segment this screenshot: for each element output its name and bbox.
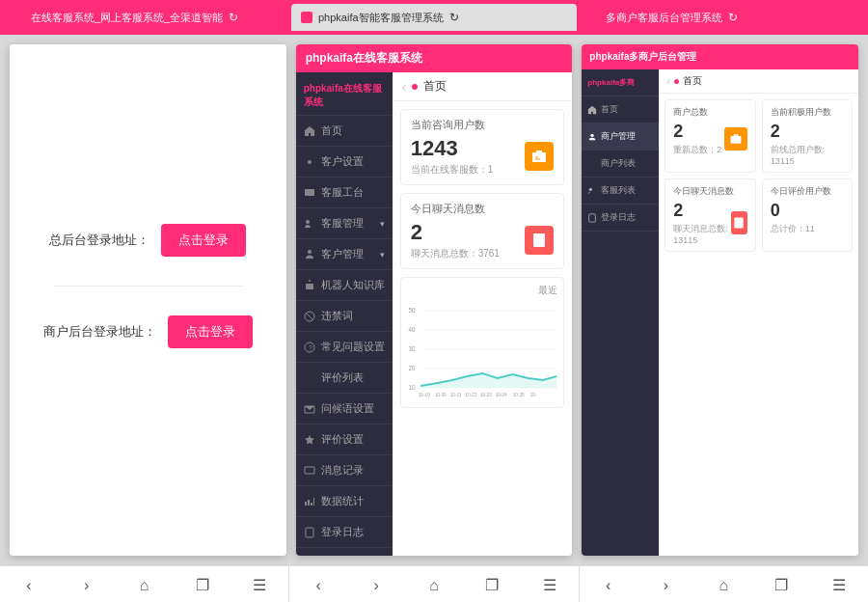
sidebar-item-customer-management[interactable]: 客户管理 ▾ bbox=[296, 239, 393, 270]
screen2-header: phpkaifa在线客服系统 bbox=[296, 44, 573, 72]
sidebar-item-customer-settings[interactable]: 客户设置 bbox=[296, 147, 393, 178]
nav-forward-btn-2[interactable]: › bbox=[365, 574, 388, 597]
sidebar-label-rating-list: 评价列表 bbox=[321, 370, 364, 385]
stat1-number: 1243 bbox=[411, 136, 494, 161]
svg-point-6 bbox=[310, 286, 312, 287]
settings-icon bbox=[304, 156, 315, 168]
screen3-sidebar-logo: phpkaifa多商 bbox=[582, 69, 659, 96]
nav-menu-btn-2[interactable]: ☰ bbox=[538, 574, 561, 597]
merchant-login-label: 商户后台登录地址： bbox=[43, 323, 156, 341]
rating-settings-icon bbox=[304, 434, 315, 446]
sidebar-item-service-workbench[interactable]: 客服工台 bbox=[296, 178, 393, 208]
sidebar-item-robot-kb[interactable]: 机器人知识库 bbox=[296, 270, 393, 301]
nav-back-arrow[interactable]: ‹ bbox=[402, 79, 407, 95]
screen3-header: phpkaifa多商户后台管理 bbox=[582, 44, 858, 69]
stat-card-current-users: 当前咨询用户数 1243 当前在线客服数：1 bbox=[400, 109, 565, 185]
tab-bar: 在线客服系统_网上客服系统_全渠道智能 ↻ phpkaifa智能客服管理系统 ↻… bbox=[0, 0, 868, 35]
nav-tab-btn-2[interactable]: ❐ bbox=[480, 574, 503, 597]
svg-text:10-21: 10-21 bbox=[449, 391, 461, 397]
s3-stat-card-total-merchants: 商户总数 2 重新总数：2 bbox=[665, 99, 755, 173]
s3-sidebar-item-merchant-mgmt[interactable]: 商户管理 bbox=[582, 123, 659, 150]
sidebar-label-greeting: 问候语设置 bbox=[321, 401, 374, 416]
sidebar-item-login-log[interactable]: 登录日志 bbox=[296, 517, 393, 548]
nav-menu-btn-1[interactable]: ☰ bbox=[248, 574, 271, 597]
sidebar-item-integration[interactable]: 如何接入 ▾ bbox=[296, 548, 393, 556]
sidebar-label-banned-words: 违禁词 bbox=[321, 309, 353, 323]
nav-back-btn-3[interactable]: ‹ bbox=[597, 574, 620, 597]
nav-home-btn-3[interactable]: ⌂ bbox=[712, 574, 735, 597]
s3-sidebar-item-login-log[interactable]: 登录日志 bbox=[582, 205, 659, 232]
s3-sidebar-item-home[interactable]: 首页 bbox=[582, 96, 659, 123]
nav-back-btn-2[interactable]: ‹ bbox=[307, 574, 330, 597]
sidebar-item-rating-settings[interactable]: 评价设置 bbox=[296, 424, 393, 455]
admin-login-button[interactable]: 点击登录 bbox=[161, 224, 246, 257]
tab-favicon-1 bbox=[14, 12, 25, 23]
s3-home-icon bbox=[587, 105, 597, 115]
tab-2[interactable]: phpkaifa智能客服管理系统 ↻ bbox=[291, 4, 577, 31]
tab-1[interactable]: 在线客服系统_网上客服系统_全渠道智能 ↻ bbox=[4, 4, 289, 31]
stat2-icon bbox=[525, 226, 554, 255]
s3-nav-back[interactable]: ‹ bbox=[666, 74, 670, 88]
screen3-sidebar: phpkaifa多商 首页 商户管理 商户列表 客服列表 bbox=[582, 69, 659, 556]
sidebar-item-data-stats[interactable]: 数据统计 bbox=[296, 486, 393, 517]
main-area: 总后台登录地址： 点击登录 商户后台登录地址： 点击登录 phpkaifa在线客… bbox=[0, 35, 868, 565]
s3-log-icon bbox=[587, 213, 597, 223]
stat1-sub: 当前在线客服数：1 bbox=[411, 163, 494, 177]
s3-sidebar-label-login-log: 登录日志 bbox=[601, 211, 636, 224]
s3-sidebar-item-service-list[interactable]: 客服列表 bbox=[582, 178, 659, 205]
nav-tab-btn-1[interactable]: ❐ bbox=[191, 574, 214, 597]
s3-top-stats: 商户总数 2 重新总数：2 当前积极用户数 bbox=[665, 99, 853, 173]
screen3-main-content: ‹ 首页 商户总数 2 重新总数：2 bbox=[659, 69, 858, 556]
sidebar-label-robot-kb: 机器人知识库 bbox=[321, 278, 385, 292]
svg-text:10: 10 bbox=[408, 383, 415, 392]
sidebar-label-faq: 常见问题设置 bbox=[321, 340, 385, 354]
tab-3-refresh[interactable]: ↻ bbox=[728, 11, 742, 24]
nav-forward-btn-3[interactable]: › bbox=[654, 574, 677, 597]
sidebar-item-banned-words[interactable]: 违禁词 bbox=[296, 301, 393, 332]
sidebar-item-rating-list[interactable]: 评价列表 bbox=[296, 363, 393, 394]
service-mgmt-icon bbox=[304, 218, 315, 230]
tab-2-refresh[interactable]: ↻ bbox=[449, 11, 463, 24]
sidebar-item-service-management[interactable]: 客服管理 ▾ bbox=[296, 208, 393, 239]
sidebar-item-messages[interactable]: 消息记录 bbox=[296, 455, 393, 486]
s3-stat3-icon bbox=[731, 211, 747, 234]
svg-rect-12 bbox=[532, 152, 546, 162]
s3-stat-card-active-users: 当前积极用户数 2 前线总用户数: 13115 bbox=[762, 99, 853, 173]
sidebar-item-home[interactable]: 首页 bbox=[296, 116, 393, 147]
stat1-row: 1243 当前在线客服数：1 bbox=[411, 136, 555, 177]
s3-stat1-row: 2 重新总数：2 bbox=[673, 122, 746, 156]
stat-card-today-messages: 今日聊天消息数 2 聊天消息总数：3761 bbox=[400, 193, 565, 269]
screen3-nav: ‹ 首页 bbox=[659, 69, 858, 94]
s3-sidebar-label-merchant-mgmt: 商户管理 bbox=[601, 130, 636, 143]
s3-merchant-icon bbox=[587, 132, 597, 142]
sidebar-item-greeting[interactable]: 问候语设置 bbox=[296, 394, 393, 424]
s3-stat-card-rating-users: 今日评价用户数 0 总计价：11 bbox=[762, 178, 853, 252]
nav-tab-btn-3[interactable]: ❐ bbox=[770, 574, 793, 597]
nav-menu-btn-3[interactable]: ☰ bbox=[827, 574, 851, 597]
chevron-down-icon: ▾ bbox=[380, 219, 385, 229]
s3-stat1-num: 2 bbox=[673, 122, 721, 142]
svg-text:50: 50 bbox=[408, 306, 415, 315]
tab-1-refresh[interactable]: ↻ bbox=[229, 11, 242, 24]
svg-point-2 bbox=[306, 220, 310, 224]
tab-3[interactable]: 多商户客服后台管理系统 ↻ bbox=[579, 4, 864, 31]
nav-home-btn-1[interactable]: ⌂ bbox=[133, 574, 156, 597]
stat1-label: 当前咨询用户数 bbox=[411, 118, 555, 132]
bottom-navigation: ‹ › ⌂ ❐ ☰ ‹ › ⌂ ❐ ☰ ‹ › ⌂ ❐ ☰ bbox=[0, 565, 868, 602]
sidebar-label-customer-management: 客户管理 bbox=[321, 247, 364, 261]
nav-forward-btn-1[interactable]: › bbox=[75, 574, 98, 597]
svg-rect-36 bbox=[730, 136, 741, 144]
merchant-login-button[interactable]: 点击登录 bbox=[168, 315, 253, 348]
s3-sidebar-item-merchant-list[interactable]: 商户列表 bbox=[582, 150, 659, 178]
s3-stat2-label: 当前积极用户数 bbox=[771, 106, 844, 119]
svg-rect-37 bbox=[735, 218, 744, 229]
screen3-multi-merchant: phpkaifa多商户后台管理 phpkaifa多商 首页 商户管理 商户列表 bbox=[582, 44, 858, 556]
s3-sidebar-label-home: 首页 bbox=[601, 103, 618, 116]
nav-back-btn-1[interactable]: ‹ bbox=[17, 574, 41, 597]
nav-home-btn-2[interactable]: ⌂ bbox=[422, 574, 446, 597]
sidebar-item-faq[interactable]: ? 常见问题设置 bbox=[296, 332, 393, 363]
svg-text:10-19: 10-19 bbox=[418, 391, 429, 397]
sidebar-label-service-workbench: 客服工台 bbox=[321, 185, 364, 200]
s3-nav-home-text: 首页 bbox=[683, 74, 702, 88]
admin-login-label: 总后台登录地址： bbox=[49, 232, 149, 249]
